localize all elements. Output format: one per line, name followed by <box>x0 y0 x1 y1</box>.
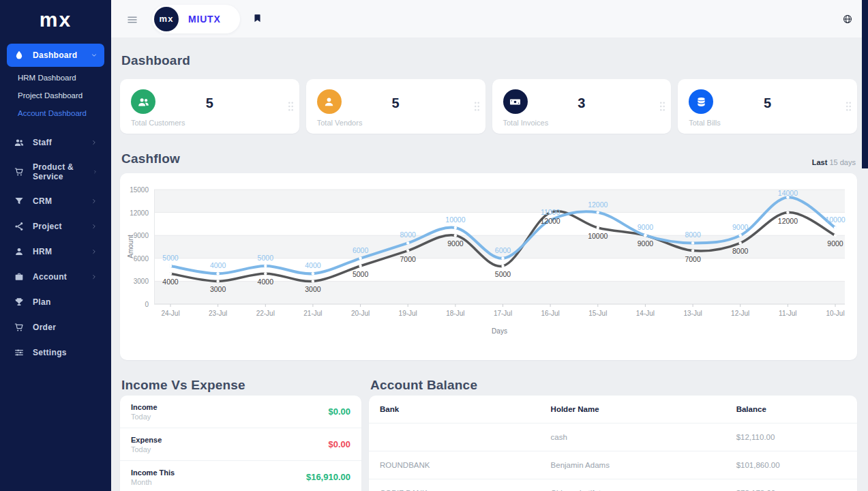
drag-grip-icon[interactable] <box>845 101 852 112</box>
account-balance-table: BankHolder NameBalance cash$12,110.00ROU… <box>369 396 857 491</box>
chevron-right-icon <box>91 223 98 230</box>
holder-name-cell: Chisom Latifat <box>540 479 725 491</box>
chevron-right-icon <box>91 248 98 255</box>
y-tick-label: 6000 <box>134 254 149 262</box>
drag-grip-icon[interactable] <box>659 101 666 112</box>
stat-label: Total Vendors <box>317 119 363 127</box>
income-expense-card: IncomeToday$0.00ExpenseToday$0.00Income … <box>120 396 361 491</box>
table-row: cash$12,110.00 <box>369 423 857 451</box>
stat-label: Total Invoices <box>503 119 549 127</box>
sidebar-subitem-hrm-dashboard[interactable]: HRM Dashboard <box>7 69 104 87</box>
sidebar-menu: DashboardHRM DashboardProject DashboardA… <box>0 44 111 364</box>
svg-text:9000: 9000 <box>638 239 654 248</box>
sidebar-item-label: Settings <box>33 348 67 357</box>
x-axis-ticks: 24-Jul23-Jul22-Jul21-Jul20-Jul19-Jul18-J… <box>154 310 845 319</box>
sidebar-item-settings[interactable]: Settings <box>7 341 104 364</box>
chevron-right-icon <box>93 168 98 175</box>
svg-text:5000: 5000 <box>353 270 369 278</box>
sidebar-item-account[interactable]: Account <box>7 265 104 288</box>
cashflow-plot: 5000400050004000600080001000060001100012… <box>154 190 845 304</box>
balance-cell: $101,860.00 <box>725 451 857 479</box>
table-row: COBIZ BANKChisom Latifat$78,173.00 <box>369 479 857 491</box>
stat-label: Total Bills <box>689 119 720 127</box>
sidebar-item-label: CRM <box>33 196 52 206</box>
row-sublabel: Today <box>131 445 162 453</box>
sidebar-item-label: Account <box>33 272 67 282</box>
income-expense-row-income-this-month: Income ThisMonth$16,910.00 <box>120 461 361 491</box>
bank-cell <box>369 423 540 451</box>
stat-card-total-vendors: 5Total Vendors <box>306 79 485 134</box>
sidebar-item-plan[interactable]: Plan <box>7 291 104 314</box>
topbar: mx MIUTX <box>111 0 868 38</box>
cashflow-chart-card: Amount 500040005000400060008000100006000… <box>120 173 857 360</box>
drag-grip-icon[interactable] <box>473 101 481 112</box>
x-tick-label: 16-Jul <box>541 310 560 317</box>
brand-name: MIUTX <box>188 14 221 25</box>
row-label: Income This <box>131 468 175 477</box>
x-axis-title: Days <box>154 327 845 335</box>
drag-grip-icon[interactable] <box>287 101 295 112</box>
account-balance-title: Account Balance <box>370 378 856 393</box>
sidebar-subitem-project-dashboard[interactable]: Project Dashboard <box>7 87 104 104</box>
svg-text:4000: 4000 <box>210 261 226 269</box>
bookmark-icon[interactable] <box>252 13 263 25</box>
briefcase-icon <box>14 271 25 282</box>
sidebar-item-label: Staff <box>33 138 52 147</box>
y-tick-label: 3000 <box>134 278 149 285</box>
hamburger-menu-icon[interactable] <box>126 14 138 25</box>
stat-card-total-invoices: 3Total Invoices <box>492 79 672 134</box>
x-tick-label: 23-Jul <box>209 310 227 317</box>
cart-icon <box>14 166 25 177</box>
x-tick-label: 12-Jul <box>731 310 749 317</box>
x-tick-label: 13-Jul <box>683 310 702 317</box>
row-sublabel: Month <box>131 478 175 486</box>
svg-text:5000: 5000 <box>258 254 274 262</box>
x-tick-label: 19-Jul <box>399 310 417 317</box>
sidebar-item-dashboard[interactable]: Dashboard <box>7 44 104 67</box>
sidebar-item-product-service[interactable]: Product & Service <box>7 156 104 188</box>
sidebar-item-label: Project <box>33 222 62 231</box>
svg-text:14000: 14000 <box>778 189 798 197</box>
svg-text:12000: 12000 <box>778 217 798 225</box>
row-label: Expense <box>131 436 162 444</box>
stat-value: 3 <box>492 95 672 111</box>
sidebar-subitem-account-dashboard[interactable]: Account Dashboard <box>7 104 104 122</box>
svg-text:3000: 3000 <box>210 285 226 293</box>
page-title: Dashboard <box>121 53 856 68</box>
sidebar: mx DashboardHRM DashboardProject Dashboa… <box>0 0 111 491</box>
stat-card-total-bills: 5Total Bills <box>678 79 857 134</box>
sidebar-item-hrm[interactable]: HRM <box>7 240 104 263</box>
svg-text:9000: 9000 <box>732 223 749 231</box>
x-tick-label: 17-Jul <box>494 310 512 317</box>
x-tick-label: 20-Jul <box>351 310 370 317</box>
svg-text:5000: 5000 <box>162 254 179 262</box>
brand-pill[interactable]: mx MIUTX <box>152 5 240 33</box>
svg-text:5000: 5000 <box>495 270 511 278</box>
user-icon <box>14 246 25 257</box>
svg-text:10000: 10000 <box>445 215 465 224</box>
sidebar-item-label: Product & Service <box>33 162 85 181</box>
x-tick-label: 10-Jul <box>826 310 844 317</box>
chevron-down-icon <box>91 52 98 59</box>
sidebar-item-order[interactable]: Order <box>7 316 104 339</box>
svg-text:7000: 7000 <box>400 255 417 263</box>
page-scrollbar-thumb[interactable] <box>862 0 868 168</box>
sidebar-logo: mx <box>0 8 111 31</box>
bank-cell: ROUNDBANK <box>369 451 540 479</box>
chevron-right-icon <box>91 139 98 146</box>
sidebar-item-project[interactable]: Project <box>7 215 104 238</box>
svg-text:10000: 10000 <box>825 215 845 224</box>
trophy-icon <box>14 297 25 308</box>
svg-text:3000: 3000 <box>305 285 321 293</box>
svg-text:12000: 12000 <box>540 217 560 225</box>
sidebar-item-crm[interactable]: CRM <box>7 190 104 213</box>
x-tick-label: 24-Jul <box>161 310 179 317</box>
stat-label: Total Customers <box>131 119 185 127</box>
svg-text:8000: 8000 <box>685 230 701 239</box>
sidebar-item-staff[interactable]: Staff <box>7 131 104 154</box>
cashflow-lines: 5000400050004000600080001000060001100012… <box>154 190 845 308</box>
globe-icon[interactable] <box>842 14 853 25</box>
income-expense-row-income-today: IncomeToday$0.00 <box>120 396 361 428</box>
cashflow-title: Cashflow <box>121 151 180 166</box>
stats-row: 5Total Customers5Total Vendors3Total Inv… <box>120 79 857 134</box>
